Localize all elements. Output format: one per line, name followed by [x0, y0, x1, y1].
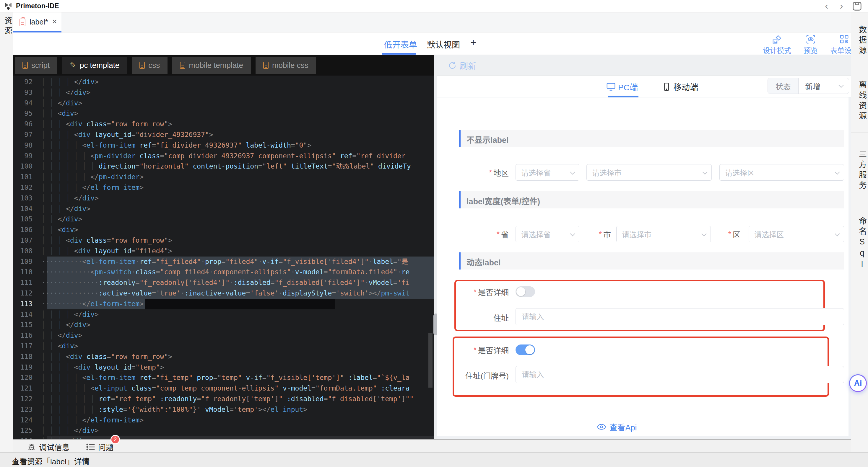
section-title: 不显示label — [466, 134, 509, 145]
tab-script[interactable]: script — [15, 57, 57, 74]
code-line: 107│ │ │ <div class="row form_row"> — [13, 235, 434, 246]
required-star-icon — [497, 230, 500, 239]
form-settings-icon — [839, 34, 849, 44]
forward-button[interactable]: › — [836, 0, 847, 12]
tab-css[interactable]: css — [132, 57, 167, 74]
tab-default-view[interactable]: 默认视图 — [427, 38, 460, 50]
code-line: 120│ │ │ │ │ <el-form-item ref="fi_temp"… — [13, 372, 434, 383]
section-header-label-width: label宽度(表单/控件) — [459, 191, 844, 208]
required-star-icon — [473, 287, 476, 296]
section-title: 动态label — [466, 256, 501, 268]
code-line: 118│ │ │ <div class="row form_row"> — [13, 352, 434, 362]
tab-pc-device[interactable]: PC端 — [606, 81, 638, 93]
tab-label-file[interactable]: label* — [13, 12, 61, 32]
code-editor[interactable]: script ✎pc template css mobile template … — [13, 55, 434, 439]
code-line: 97│ │ │ │ <div layout_id="divider_493269… — [13, 130, 434, 140]
code-line: 113··········</el-form-item> — [13, 299, 434, 309]
tab-mobile-css-label: mobile css — [272, 61, 308, 70]
ai-assistant-button[interactable]: Ai — [849, 374, 867, 392]
section-header-dynamic-label: 动态label — [459, 253, 844, 269]
title-bar: Primeton-IDE ‹ › — [0, 0, 868, 12]
right-rail-tab[interactable]: 数据源 — [851, 12, 868, 64]
code-line: 92│ │ │ │ </div> — [13, 77, 434, 88]
code-line: 116│ │ </div> — [13, 330, 434, 341]
detail-toggle-off[interactable] — [516, 286, 535, 297]
refresh-label: 刷新 — [460, 60, 476, 71]
code-line: 102│ │ │ │ │ </el-form-item> — [13, 182, 434, 193]
right-rail-tab[interactable]: 离线资源 — [851, 64, 868, 133]
eye-icon — [597, 423, 606, 430]
close-icon[interactable] — [52, 18, 57, 26]
tab-mobile-css[interactable]: mobile css — [255, 57, 316, 74]
select-placeholder: 请选择市 — [592, 167, 622, 178]
required-star-icon — [473, 345, 476, 355]
select-province-2[interactable]: 请选择省 — [516, 226, 579, 242]
editor-scrollbar[interactable] — [428, 333, 433, 388]
right-rail-tab[interactable]: 命名Sql — [851, 203, 868, 279]
select-placeholder: 请选择省 — [521, 167, 551, 178]
back-button[interactable]: ‹ — [821, 0, 833, 12]
tab-pc-template-label: pc template — [80, 61, 119, 70]
chevron-down-icon — [570, 231, 575, 236]
code-line: 105│ │ </div> — [13, 214, 434, 225]
refresh-button[interactable]: 刷新 — [448, 60, 476, 71]
select-district-2[interactable]: 请选择区 — [749, 226, 844, 242]
tab-lowcode-form[interactable]: 低开表单 — [384, 38, 417, 50]
select-placeholder: 请选择区 — [754, 229, 784, 239]
code-line: 96│ │ │ <div class="row form_row"> — [13, 119, 434, 130]
view-api-label: 查看Api — [609, 421, 637, 433]
required-star-icon — [489, 168, 492, 177]
save-icon[interactable] — [852, 1, 862, 11]
chevron-down-icon — [570, 170, 575, 175]
debug-info-button[interactable]: 调试信息 — [27, 441, 70, 452]
add-view-button[interactable]: + — [470, 37, 476, 48]
pencil-icon: ✎ — [70, 61, 76, 70]
address-input-2[interactable] — [516, 366, 844, 383]
panel-splitter[interactable] — [434, 55, 437, 439]
chevron-down-icon — [703, 170, 708, 175]
toggle-knob — [517, 287, 525, 296]
code-line: 124│ │ │ │ │ </el-form-item> — [13, 415, 434, 426]
field-label-city: 市 — [576, 226, 611, 242]
select-city[interactable]: 请选择市 — [586, 164, 712, 181]
file-icon — [180, 62, 185, 69]
select-city-2[interactable]: 请选择市 — [616, 226, 711, 242]
field-label-province: 省 — [449, 226, 509, 242]
problems-button[interactable]: 问题 — [86, 441, 114, 452]
code-lines[interactable]: 92│ │ │ │ </div>93│ │ │ </div>94│ │ </di… — [13, 77, 434, 439]
debug-bar: 调试信息 问题 2 — [13, 439, 851, 452]
file-icon — [23, 62, 28, 69]
field-label-district: 区 — [706, 226, 740, 242]
app-logo-icon — [4, 1, 13, 11]
refresh-bar: 刷新 — [437, 55, 851, 75]
section-title: label宽度(表单/控件) — [466, 195, 540, 207]
editor-tab-bar: script ✎pc template css mobile template … — [13, 55, 434, 75]
required-star-icon — [599, 230, 602, 239]
sidebar-item-resources[interactable]: 资源 — [2, 16, 13, 37]
debug-info-label: 调试信息 — [39, 441, 70, 452]
tab-mobile-template[interactable]: mobile template — [172, 57, 251, 74]
select-province[interactable]: 请选择省 — [516, 164, 579, 181]
detail-toggle-on[interactable] — [516, 344, 535, 355]
code-line: 112··············:active-value='true'·:i… — [13, 288, 434, 299]
select-placeholder: 请选择省 — [521, 229, 551, 239]
field-label-detail-switch-1: 是否详细 — [449, 283, 509, 300]
code-line: 114│ │ │ │ </div> — [13, 309, 434, 320]
chevron-down-icon — [835, 231, 840, 236]
document-tab-strip: label* — [13, 12, 851, 32]
select-placeholder: 请选择区 — [725, 167, 754, 178]
state-select[interactable]: 状态 新增 — [768, 78, 849, 94]
tab-pc-label: PC端 — [618, 81, 638, 93]
select-placeholder: 请选择市 — [622, 229, 651, 239]
code-line: 101│ │ │ │ │ │ </pm-divider> — [13, 172, 434, 182]
file-icon — [20, 19, 25, 26]
field-label-address-2: 住址(门牌号) — [449, 367, 509, 384]
tab-mobile-device[interactable]: 移动端 — [662, 81, 698, 93]
tab-pc-template[interactable]: ✎pc template — [62, 57, 127, 74]
code-line: 115│ │ │ </div> — [13, 320, 434, 330]
select-district[interactable]: 请选择区 — [719, 164, 844, 181]
right-rail-tab[interactable]: 三方服务 — [851, 133, 868, 203]
view-api-link[interactable]: 查看Api — [579, 422, 655, 432]
code-line: 95│ │ <div> — [13, 108, 434, 119]
address-input-1[interactable] — [516, 308, 844, 325]
